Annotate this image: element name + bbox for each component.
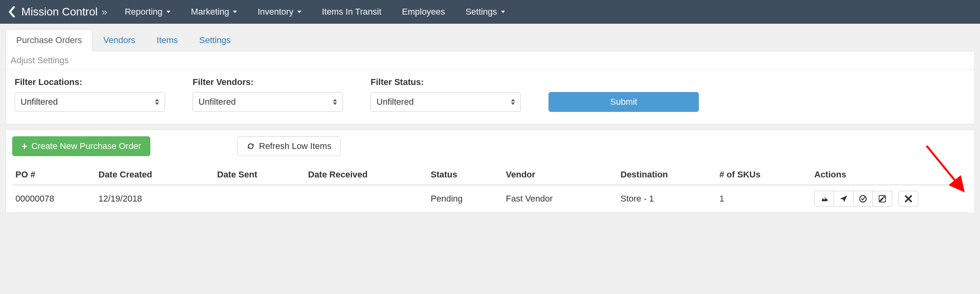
panel-subhead: Adjust Settings [6,51,974,70]
table-panel: + Create New Purchase Order Refresh Low … [6,130,974,213]
filter-locations-select[interactable]: Unfiltered [15,92,165,112]
button-label: Create New Purchase Order [31,141,141,151]
tab-items[interactable]: Items [146,29,189,51]
nav-settings[interactable]: Settings [455,0,515,24]
refresh-icon [246,142,255,151]
cell-po: 00000078 [12,185,95,213]
receive-button[interactable] [814,191,834,207]
tab-settings[interactable]: Settings [189,29,242,51]
button-label: Submit [610,97,637,107]
filter-status-label: Filter Status: [371,77,521,87]
complete-button[interactable] [853,191,873,207]
tab-purchase-orders[interactable]: Purchase Orders [6,29,93,51]
caret-down-icon [297,11,301,13]
create-po-button[interactable]: + Create New Purchase Order [12,136,150,156]
nav-inventory[interactable]: Inventory [247,0,312,24]
nav-label: Inventory [257,7,293,17]
col-vendor: Vendor [503,165,617,185]
nav-label: Employees [402,7,445,17]
check-circle-icon [859,194,867,203]
caret-down-icon [166,11,170,13]
select-arrows-icon [155,99,159,105]
caret-down-icon [501,11,505,13]
select-arrows-icon [511,99,515,105]
raquo-icon: » [102,6,107,18]
col-status: Status [428,165,503,185]
tab-label: Purchase Orders [16,35,82,45]
delete-button[interactable] [899,191,918,207]
col-date-sent: Date Sent [214,165,305,185]
edit-icon [878,194,887,203]
col-date-received: Date Received [305,165,428,185]
col-skus: # of SKUs [716,165,811,185]
nav-label: Marketing [191,7,229,17]
nav-employees[interactable]: Employees [392,0,455,24]
nav-marketing[interactable]: Marketing [181,0,248,24]
cell-received [305,185,428,213]
select-value: Unfiltered [376,97,414,107]
chevron-left-icon [8,6,15,17]
top-navbar: Mission Control » Reporting Marketing In… [0,0,980,24]
send-button[interactable] [834,191,853,207]
col-destination: Destination [617,165,716,185]
nav-label: Items In Transit [322,7,381,17]
back-button[interactable] [4,6,20,17]
col-actions: Actions [811,165,968,185]
po-table: PO # Date Created Date Sent Date Receive… [12,165,968,213]
brand-text: Mission Control [21,6,98,18]
nav-reporting[interactable]: Reporting [114,0,180,24]
refresh-low-items-button[interactable]: Refresh Low Items [237,136,341,156]
tab-label: Items [157,35,178,45]
filter-locations-label: Filter Locations: [15,77,165,87]
plus-icon: + [21,141,27,151]
receive-icon [820,195,829,203]
cell-destination: Store - 1 [617,185,716,213]
nav-label: Settings [465,7,497,17]
cell-created: 12/19/2018 [95,185,214,213]
col-date-created: Date Created [95,165,214,185]
button-label: Refresh Low Items [259,141,331,151]
caret-down-icon [233,11,237,13]
select-arrows-icon [333,99,337,105]
tab-label: Vendors [103,35,135,45]
filter-status-select[interactable]: Unfiltered [371,92,521,112]
filter-panel: Adjust Settings Filter Locations: Unfilt… [6,51,974,124]
brand-title[interactable]: Mission Control » [20,6,114,18]
close-icon [905,195,912,202]
cell-skus: 1 [716,185,811,213]
tab-label: Settings [199,35,231,45]
cell-vendor: Fast Vendor [503,185,617,213]
select-value: Unfiltered [21,97,58,107]
send-icon [839,195,848,203]
row-actions [814,191,965,207]
filter-vendors-label: Filter Vendors: [193,77,343,87]
table-row: 00000078 12/19/2018 Pending Fast Vendor … [12,185,968,213]
select-value: Unfiltered [199,97,236,107]
edit-button[interactable] [872,191,892,207]
tabstrip: Purchase Orders Vendors Items Settings [6,29,974,51]
submit-button[interactable]: Submit [549,92,699,112]
cell-sent [214,185,305,213]
tab-vendors[interactable]: Vendors [93,29,146,51]
col-po: PO # [12,165,95,185]
nav-items-in-transit[interactable]: Items In Transit [312,0,392,24]
nav-label: Reporting [125,7,162,17]
filter-vendors-select[interactable]: Unfiltered [193,92,343,112]
cell-status: Pending [428,185,503,213]
